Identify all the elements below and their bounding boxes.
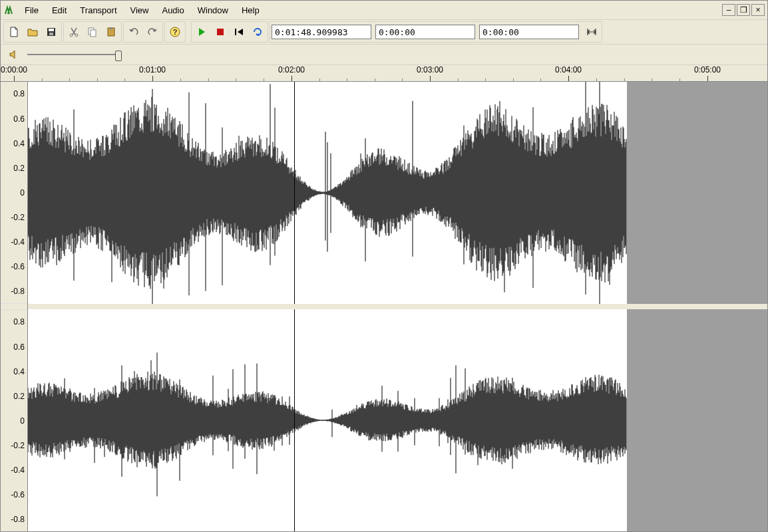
amplitude-scale-column: 0.80.60.40.20-0.2-0.4-0.6-0.8 0.80.60.40…	[1, 82, 28, 531]
amplitude-label: 0.6	[13, 114, 25, 124]
menu-bar: FileEditTransportViewAudioWindowHelp – ❐…	[1, 1, 767, 20]
menu-window[interactable]: Window	[191, 4, 235, 17]
cut-button[interactable]	[65, 23, 83, 41]
position-time-field[interactable]	[272, 25, 371, 39]
waveform-area: 0.80.60.40.20-0.2-0.4-0.6-0.8 0.80.60.40…	[1, 82, 767, 531]
amplitude-label: 0.8	[13, 317, 25, 327]
ruler-label: 0:05:00	[694, 65, 721, 74]
ruler-label: 0:01:00	[139, 65, 166, 74]
save-button[interactable]	[43, 23, 60, 41]
waveform-channel-left[interactable]	[28, 82, 767, 304]
selection-start-field[interactable]	[375, 25, 475, 39]
play-button[interactable]	[193, 23, 210, 41]
main-toolbar: ?	[1, 20, 767, 45]
open-file-button[interactable]	[24, 23, 41, 41]
help-button[interactable]: ?	[166, 23, 184, 41]
stop-button[interactable]	[212, 23, 229, 41]
rewind-button[interactable]	[230, 23, 248, 41]
amplitude-scale-left: 0.80.60.40.20-0.2-0.4-0.6-0.8	[1, 82, 27, 303]
amplitude-label: 0.8	[13, 89, 25, 98]
amplitude-label: 0.4	[13, 139, 25, 148]
svg-rect-12	[235, 29, 236, 35]
toolbar-group-file	[3, 21, 62, 43]
svg-point-3	[70, 34, 73, 37]
selection-end-field[interactable]	[479, 25, 579, 39]
minimize-button[interactable]: –	[722, 4, 735, 16]
redo-button[interactable]	[144, 23, 161, 41]
toolbar-group-edit	[63, 21, 122, 43]
copy-button[interactable]	[84, 23, 101, 41]
svg-rect-8	[110, 27, 112, 29]
playback-cursor	[294, 309, 295, 531]
waveform-empty-region	[627, 82, 767, 304]
time-ruler[interactable]: 0:00:000:01:000:02:000:03:000:04:000:05:…	[1, 65, 767, 82]
svg-text:?: ?	[173, 28, 178, 36]
toolbar-group-history	[123, 21, 163, 43]
menu-audio[interactable]: Audio	[155, 4, 190, 17]
amplitude-label: -0.6	[11, 262, 25, 271]
close-button[interactable]: ×	[751, 4, 765, 16]
amplitude-label: -0.8	[11, 287, 25, 296]
app-logo-icon	[3, 4, 15, 16]
svg-rect-1	[49, 29, 54, 31]
waveform-svg	[28, 309, 627, 531]
amplitude-label: 0.2	[13, 164, 25, 173]
amplitude-label: 0	[20, 416, 25, 426]
toolbar-group-time	[270, 21, 602, 43]
amplitude-scale-right: 0.80.60.40.20-0.2-0.4-0.6-0.8	[1, 310, 27, 531]
amplitude-label: -0.4	[11, 466, 25, 475]
undo-button[interactable]	[125, 23, 142, 41]
menu-file[interactable]: File	[18, 4, 45, 17]
speaker-icon[interactable]	[6, 47, 22, 62]
amplitude-label: -0.2	[11, 213, 25, 222]
ruler-label: 0:04:00	[555, 65, 582, 74]
waveform-empty-region	[627, 309, 767, 531]
svg-rect-6	[91, 30, 96, 37]
amplitude-label: 0.6	[13, 342, 25, 352]
maximize-button[interactable]: ❐	[737, 4, 750, 16]
toolbar-group-transport	[191, 21, 268, 43]
menu-edit[interactable]: Edit	[45, 4, 73, 17]
svg-rect-2	[49, 33, 53, 35]
menu-transport[interactable]: Transport	[73, 4, 123, 17]
toolbar-group-help: ?	[164, 21, 186, 43]
svg-rect-11	[217, 29, 224, 35]
amplitude-label: -0.6	[11, 490, 25, 499]
waveform-channel-right[interactable]	[28, 309, 767, 531]
amplitude-label: -0.4	[11, 237, 25, 247]
menu-view[interactable]: View	[124, 4, 156, 17]
amplitude-label: 0.2	[13, 392, 25, 401]
new-file-button[interactable]	[5, 23, 23, 41]
menu-help[interactable]: Help	[235, 4, 266, 17]
paste-button[interactable]	[102, 23, 120, 41]
volume-slider[interactable]	[27, 52, 120, 57]
amplitude-label: 0.4	[13, 367, 25, 376]
ruler-label: 0:00:00	[1, 65, 27, 74]
volume-toolbar	[1, 45, 767, 65]
waveform-tracks[interactable]	[28, 82, 767, 531]
ruler-label: 0:03:00	[417, 65, 443, 74]
amplitude-label: -0.8	[11, 515, 25, 524]
svg-point-4	[75, 34, 78, 37]
loop-button[interactable]	[249, 23, 266, 41]
amplitude-label: 0	[20, 188, 25, 198]
fit-width-button[interactable]	[583, 23, 600, 41]
waveform-svg	[28, 82, 627, 304]
window-controls: – ❐ ×	[722, 4, 765, 16]
amplitude-label: -0.2	[11, 441, 25, 450]
ruler-label: 0:02:00	[278, 65, 305, 74]
playback-cursor	[294, 82, 295, 304]
